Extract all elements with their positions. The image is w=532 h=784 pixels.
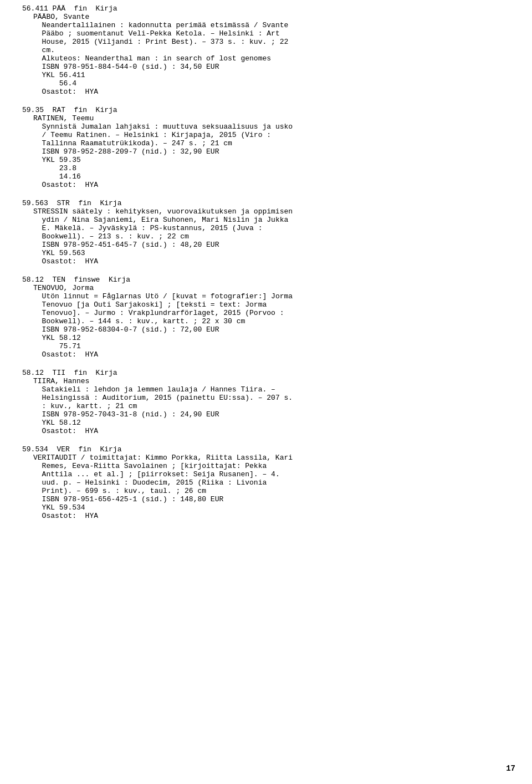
page-content: 56.411 PÄÄ fin KirjaPÄÄBO, Svante Neande… [22,4,510,520]
entry-body: VERITAUDIT / toimittajat: Kimmo Porkka, … [33,454,510,520]
entry-body: TIIRA, Hannes Satakieli : lehdon ja lemm… [33,377,510,435]
entry-header: 58.12 TII fin Kirja [22,369,510,377]
entry-header: 59.35 RAT fin Kirja [22,106,510,114]
list-item: 59.35 RAT fin KirjaRATINEN, Teemu Synnis… [22,106,510,189]
list-item: 56.411 PÄÄ fin KirjaPÄÄBO, Svante Neande… [22,4,510,96]
entry-header: 56.411 PÄÄ fin Kirja [22,4,510,13]
list-item: 58.12 TEN finswe KirjaTENOVUO, Jorma Utö… [22,276,510,359]
entry-body: RATINEN, Teemu Synnistä Jumalan lahjaksi… [33,114,510,189]
list-item: 59.563 STR fin KirjaSTRESSIN säätely : k… [22,199,510,266]
list-item: 59.534 VER fin KirjaVERITAUDIT / toimitt… [22,445,510,520]
entry-header: 59.563 STR fin Kirja [22,199,510,207]
list-item: 58.12 TII fin KirjaTIIRA, Hannes Satakie… [22,369,510,435]
entry-header: 58.12 TEN finswe Kirja [22,276,510,284]
entry-body: STRESSIN säätely : kehityksen, vuorovaik… [33,207,510,266]
entry-body: TENOVUO, Jorma Utön linnut = Fåglarnas U… [33,284,510,359]
entry-body: PÄÄBO, Svante Neandertalilainen : kadonn… [33,13,510,96]
page-number: 17 [506,764,515,773]
entry-header: 59.534 VER fin Kirja [22,445,510,454]
